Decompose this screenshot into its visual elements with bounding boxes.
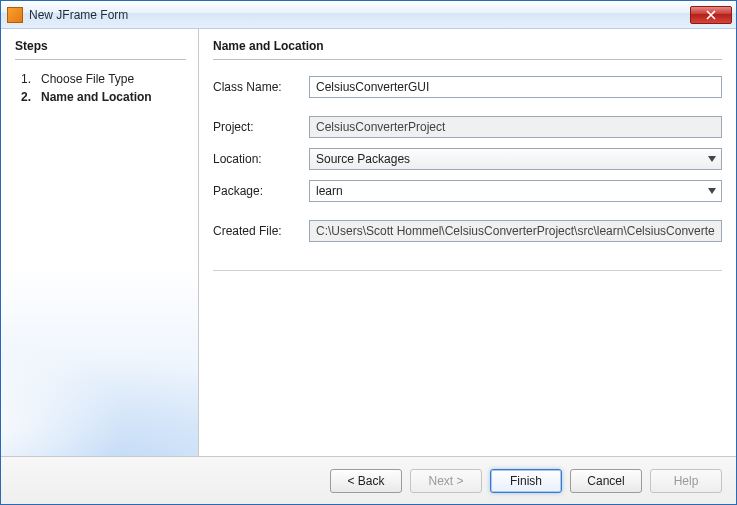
location-combo[interactable] — [309, 148, 722, 170]
project-label: Project: — [213, 120, 309, 134]
step-item: 1. Choose File Type — [19, 70, 186, 88]
window-titlebar: New JFrame Form — [1, 1, 736, 29]
close-icon — [706, 10, 716, 20]
step-label: Name and Location — [41, 90, 152, 104]
package-combo[interactable] — [309, 180, 722, 202]
wizard-steps-sidebar: Steps 1. Choose File Type 2. Name and Lo… — [1, 29, 199, 456]
next-button: Next > — [410, 469, 482, 493]
step-label: Choose File Type — [41, 72, 134, 86]
sidebar-header: Steps — [15, 39, 186, 53]
app-icon — [7, 7, 23, 23]
step-number: 2. — [19, 90, 31, 104]
help-button: Help — [650, 469, 722, 493]
wizard-content: Name and Location Class Name: Project: L… — [199, 29, 736, 456]
class-name-input[interactable] — [309, 76, 722, 98]
step-item-current: 2. Name and Location — [19, 88, 186, 106]
back-button[interactable]: < Back — [330, 469, 402, 493]
created-file-label: Created File: — [213, 224, 309, 238]
step-number: 1. — [19, 72, 31, 86]
location-label: Location: — [213, 152, 309, 166]
finish-button[interactable]: Finish — [490, 469, 562, 493]
wizard-footer: < Back Next > Finish Cancel Help — [1, 456, 736, 504]
created-file-field — [309, 220, 722, 242]
package-label: Package: — [213, 184, 309, 198]
window-title: New JFrame Form — [29, 8, 690, 22]
class-name-label: Class Name: — [213, 80, 309, 94]
close-button[interactable] — [690, 6, 732, 24]
content-header: Name and Location — [213, 39, 722, 53]
cancel-button[interactable]: Cancel — [570, 469, 642, 493]
steps-list: 1. Choose File Type 2. Name and Location — [15, 70, 186, 106]
project-field — [309, 116, 722, 138]
